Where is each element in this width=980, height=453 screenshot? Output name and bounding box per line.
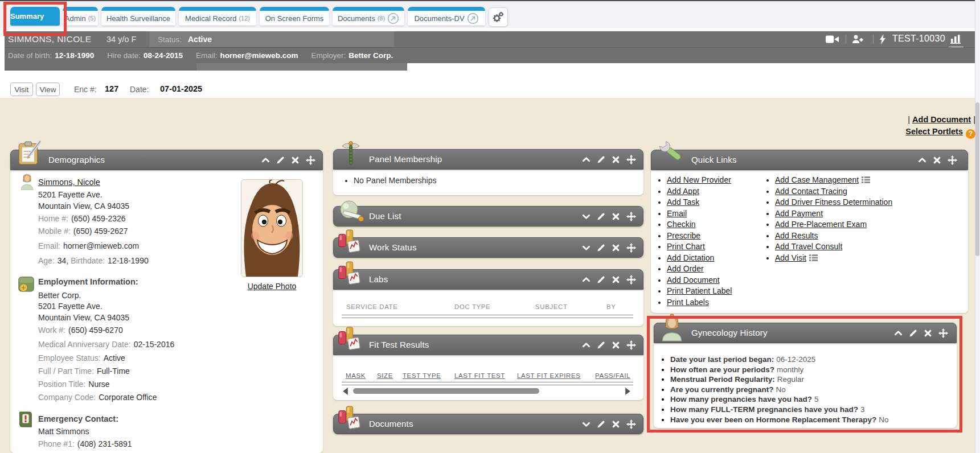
close-icon[interactable] xyxy=(933,156,941,164)
panel-membership-title: Panel Membership xyxy=(369,154,442,164)
popout-icon[interactable] xyxy=(467,13,479,24)
expand-icon[interactable] xyxy=(582,244,591,252)
add-visit-link[interactable]: Add Visit xyxy=(775,253,806,262)
add-appt-link[interactable]: Add Appt xyxy=(667,187,699,196)
gynecology-list: Date your last period began:06-12-2025 H… xyxy=(662,355,889,425)
add-person-icon[interactable] xyxy=(851,34,864,44)
edit-icon[interactable] xyxy=(597,341,605,349)
collapse-icon[interactable] xyxy=(582,275,591,284)
close-icon[interactable] xyxy=(612,420,620,429)
fit-col-size[interactable]: SIZE xyxy=(377,372,393,379)
update-photo-link[interactable]: Update Photo xyxy=(241,282,303,291)
email-value: horner@mieweb.com xyxy=(220,51,298,60)
print-labels-link[interactable]: Print Labels xyxy=(667,298,709,307)
print-patient-label-link[interactable]: Print Patient Label xyxy=(667,286,732,295)
add-new-provider-link[interactable]: Add New Provider xyxy=(667,175,731,184)
edit-icon[interactable] xyxy=(597,155,605,164)
move-icon[interactable] xyxy=(948,155,957,165)
print-chart-link[interactable]: Print Chart xyxy=(667,242,705,251)
collapse-icon[interactable] xyxy=(261,156,270,164)
add-dictation-link[interactable]: Add Dictation xyxy=(667,253,714,262)
patient-name-link[interactable]: Simmons, Nicole xyxy=(38,178,100,187)
close-icon[interactable] xyxy=(612,244,620,252)
edit-icon[interactable] xyxy=(597,420,605,429)
email-value: horner@mieweb.com xyxy=(63,241,139,250)
tab-medical-record[interactable]: Medical Record(12) xyxy=(179,7,256,26)
view-button[interactable]: View xyxy=(36,83,60,96)
checkin-link[interactable]: Checkin xyxy=(667,220,696,229)
move-icon[interactable] xyxy=(626,419,636,429)
fit-col-mask[interactable]: MASK xyxy=(346,372,366,379)
tab-summary[interactable]: Summary xyxy=(10,7,60,26)
tab-documents[interactable]: Documents(8) xyxy=(333,7,404,26)
select-portlets-link[interactable]: Select Portlets xyxy=(905,127,963,136)
email-link[interactable]: Email xyxy=(667,209,687,218)
fit-col-test-type[interactable]: TEST TYPE xyxy=(403,372,441,379)
tab-settings-button[interactable] xyxy=(489,7,508,27)
move-icon[interactable] xyxy=(626,275,636,285)
edit-icon[interactable] xyxy=(909,329,917,337)
quick-link: Add Pre-Placement Exam xyxy=(775,219,892,230)
collapse-icon[interactable] xyxy=(918,156,926,164)
fit-col-last-fit-expires[interactable]: LAST FIT EXPIRES xyxy=(517,372,580,379)
add-contact-tracing-link[interactable]: Add Contact Tracing xyxy=(775,187,847,196)
add-results-link[interactable]: Add Results xyxy=(775,231,818,240)
edit-icon[interactable] xyxy=(597,275,605,284)
collapse-icon[interactable] xyxy=(894,329,903,337)
page-scrollbar-thumb[interactable] xyxy=(975,102,979,256)
add-driver-fitness-link[interactable]: Add Driver Fitness Determination xyxy=(775,197,892,207)
scroll-left-icon[interactable] xyxy=(343,388,348,395)
fit-col-pass-fail[interactable]: PASS/FAIL xyxy=(595,372,630,379)
move-icon[interactable] xyxy=(626,212,636,221)
move-icon[interactable] xyxy=(306,155,315,165)
video-camera-icon[interactable] xyxy=(826,34,839,44)
add-order-link[interactable]: Add Order xyxy=(667,264,704,273)
visit-button[interactable]: Visit xyxy=(10,83,33,96)
add-case-management-link[interactable]: Add Case Management xyxy=(775,175,859,184)
tab-health-surveillance-label: Health Surveillance xyxy=(106,14,170,23)
tab-on-screen-forms[interactable]: On Screen Forms xyxy=(260,7,329,26)
move-icon[interactable] xyxy=(626,340,636,350)
horizontal-scrollbar-thumb[interactable] xyxy=(353,388,539,394)
add-document-link[interactable]: Add Document xyxy=(912,115,971,124)
close-icon[interactable] xyxy=(924,329,932,337)
close-icon[interactable] xyxy=(612,275,620,284)
add-document-link[interactable]: Add Document xyxy=(667,275,720,285)
expand-icon[interactable] xyxy=(582,420,591,429)
edit-icon[interactable] xyxy=(276,156,285,164)
popout-icon[interactable] xyxy=(387,13,399,24)
add-payment-link[interactable]: Add Payment xyxy=(775,209,823,218)
move-icon[interactable] xyxy=(626,243,636,253)
move-icon[interactable] xyxy=(626,155,636,164)
lightning-icon[interactable] xyxy=(879,34,887,44)
dob-label: Date of birth: xyxy=(8,51,52,60)
tab-documents-dv-label: Documents-DV xyxy=(414,14,464,23)
emergency-title: Emergency Contact: xyxy=(38,414,118,423)
tab-documents-dv[interactable]: Documents-DV xyxy=(408,7,485,26)
tab-admin[interactable]: Admin(5) xyxy=(63,7,98,26)
close-icon[interactable] xyxy=(612,341,620,349)
edit-icon[interactable] xyxy=(597,244,605,252)
close-icon[interactable] xyxy=(612,155,620,164)
close-icon[interactable] xyxy=(291,156,300,164)
add-pre-placement-exam-link[interactable]: Add Pre-Placement Exam xyxy=(775,220,867,229)
tab-health-surveillance[interactable]: Health Surveillance xyxy=(101,7,175,26)
collapse-icon[interactable] xyxy=(582,341,591,349)
add-task-link[interactable]: Add Task xyxy=(667,197,699,207)
expand-icon[interactable] xyxy=(582,212,591,221)
add-travel-consult-link[interactable]: Add Travel Consult xyxy=(775,242,842,251)
birthdate-label: Birthdate: xyxy=(71,256,105,265)
scroll-right-icon[interactable] xyxy=(625,388,630,395)
collapse-icon[interactable] xyxy=(582,155,591,164)
tab-medical-record-count: (12) xyxy=(239,15,250,22)
work-phone-line: Work #:(650) 459-6270 xyxy=(38,326,123,335)
labs-col-doc-type: DOC TYPE xyxy=(454,303,490,310)
edit-icon[interactable] xyxy=(597,212,605,221)
fit-col-last-fit-test[interactable]: LAST FIT TEST xyxy=(454,372,505,379)
move-icon[interactable] xyxy=(938,328,948,338)
flowsheet-link[interactable] xyxy=(949,34,963,48)
help-icon[interactable]: ? xyxy=(966,129,975,139)
close-icon[interactable] xyxy=(612,212,620,221)
gyn-answer: No xyxy=(879,415,888,424)
prescribe-link[interactable]: Prescribe xyxy=(667,231,700,240)
